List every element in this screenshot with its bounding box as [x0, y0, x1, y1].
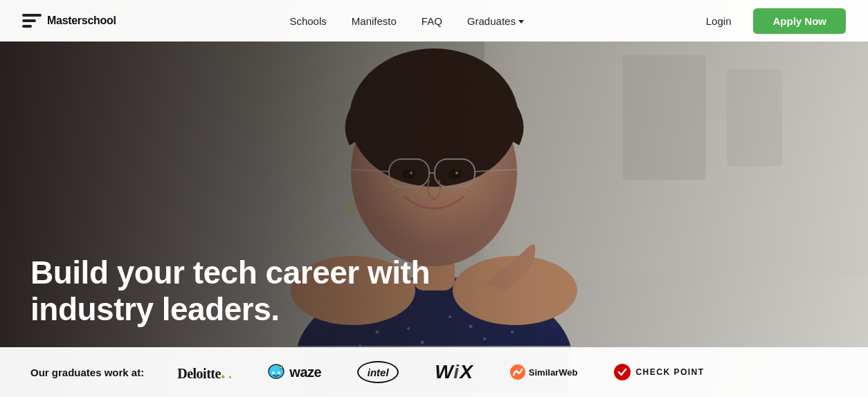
svg-point-41	[278, 371, 280, 374]
hero-headline: Build your tech career with industry lea…	[30, 255, 430, 328]
waze-logo: waze	[267, 363, 321, 381]
similarweb-icon	[509, 364, 526, 380]
deloitte-dot-icon: .	[221, 361, 226, 382]
chevron-down-icon	[518, 20, 524, 24]
waze-icon	[267, 363, 285, 381]
login-button[interactable]: Login	[698, 10, 740, 33]
bottom-bar: Our graduates work at: Deloitte. waze	[0, 347, 868, 397]
brand-name: Masterschool	[47, 15, 116, 27]
graduates-label: Our graduates work at:	[30, 367, 144, 378]
nav-links: Schools Manifesto FAQ Graduates	[289, 15, 523, 27]
wix-logo: WiX	[435, 361, 473, 383]
navbar-actions: Login Apply Now	[698, 8, 846, 34]
logo-area: Masterschool	[22, 14, 116, 28]
logo-icon	[22, 14, 42, 28]
nav-schools[interactable]: Schools	[289, 15, 326, 27]
nav-graduates[interactable]: Graduates	[467, 15, 524, 27]
svg-point-40	[272, 371, 275, 374]
waze-text: waze	[289, 364, 321, 380]
similarweb-logo: SimilarWeb	[509, 364, 578, 380]
hero-illustration	[0, 0, 868, 397]
apply-now-button[interactable]: Apply Now	[753, 8, 846, 34]
company-logos: Deloitte. waze intel WiX	[177, 361, 838, 383]
hero-section: Build your tech career with industry lea…	[0, 0, 868, 397]
navbar: Masterschool Schools Manifesto FAQ Gradu…	[0, 0, 868, 41]
hero-content: Build your tech career with industry lea…	[30, 255, 430, 328]
checkpoint-icon	[613, 363, 631, 381]
intel-logo: intel	[357, 361, 399, 383]
checkpoint-text: CHECK POINT	[635, 367, 704, 377]
nav-manifesto[interactable]: Manifesto	[352, 15, 397, 27]
svg-point-43	[614, 364, 631, 380]
checkpoint-logo: CHECK POINT	[613, 363, 704, 381]
deloitte-logo: Deloitte.	[177, 361, 231, 383]
nav-faq[interactable]: FAQ	[422, 15, 442, 27]
svg-rect-38	[0, 0, 868, 397]
intel-text: intel	[368, 367, 389, 378]
similarweb-text: SimilarWeb	[529, 367, 578, 378]
